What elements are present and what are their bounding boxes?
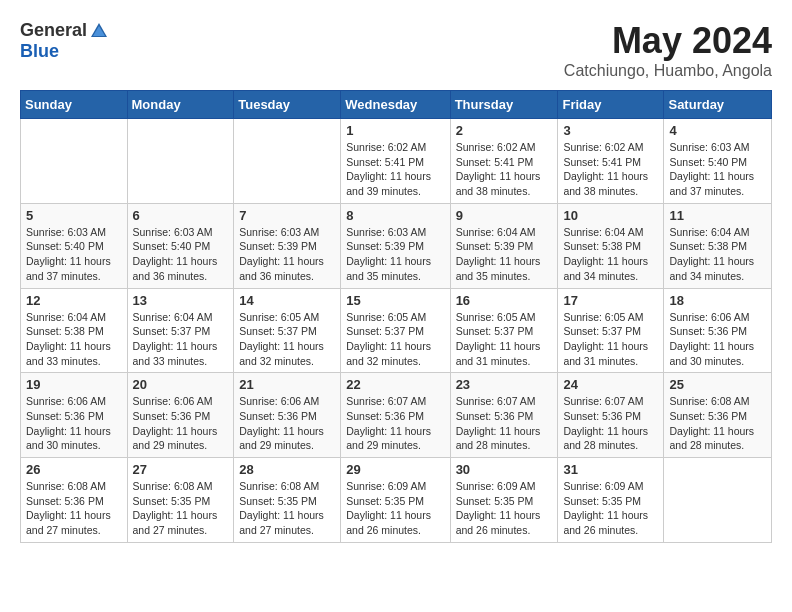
day-number: 28 — [239, 462, 335, 477]
calendar-cell: 24Sunrise: 6:07 AM Sunset: 5:36 PM Dayli… — [558, 373, 664, 458]
day-number: 27 — [133, 462, 229, 477]
calendar-cell: 6Sunrise: 6:03 AM Sunset: 5:40 PM Daylig… — [127, 203, 234, 288]
day-info: Sunrise: 6:09 AM Sunset: 5:35 PM Dayligh… — [563, 479, 658, 538]
calendar-cell: 12Sunrise: 6:04 AM Sunset: 5:38 PM Dayli… — [21, 288, 128, 373]
day-number: 29 — [346, 462, 444, 477]
calendar-cell: 21Sunrise: 6:06 AM Sunset: 5:36 PM Dayli… — [234, 373, 341, 458]
calendar-cell: 23Sunrise: 6:07 AM Sunset: 5:36 PM Dayli… — [450, 373, 558, 458]
day-number: 21 — [239, 377, 335, 392]
calendar-table: SundayMondayTuesdayWednesdayThursdayFrid… — [20, 90, 772, 543]
day-number: 3 — [563, 123, 658, 138]
day-number: 8 — [346, 208, 444, 223]
day-info: Sunrise: 6:03 AM Sunset: 5:40 PM Dayligh… — [133, 225, 229, 284]
day-number: 1 — [346, 123, 444, 138]
page-header: General Blue May 2024 Catchiungo, Huambo… — [20, 20, 772, 80]
day-info: Sunrise: 6:08 AM Sunset: 5:36 PM Dayligh… — [26, 479, 122, 538]
day-info: Sunrise: 6:08 AM Sunset: 5:35 PM Dayligh… — [239, 479, 335, 538]
day-info: Sunrise: 6:05 AM Sunset: 5:37 PM Dayligh… — [456, 310, 553, 369]
day-info: Sunrise: 6:04 AM Sunset: 5:39 PM Dayligh… — [456, 225, 553, 284]
day-info: Sunrise: 6:04 AM Sunset: 5:38 PM Dayligh… — [669, 225, 766, 284]
calendar-cell: 20Sunrise: 6:06 AM Sunset: 5:36 PM Dayli… — [127, 373, 234, 458]
calendar-cell: 4Sunrise: 6:03 AM Sunset: 5:40 PM Daylig… — [664, 119, 772, 204]
day-number: 2 — [456, 123, 553, 138]
day-number: 9 — [456, 208, 553, 223]
calendar-cell: 31Sunrise: 6:09 AM Sunset: 5:35 PM Dayli… — [558, 458, 664, 543]
calendar-cell: 15Sunrise: 6:05 AM Sunset: 5:37 PM Dayli… — [341, 288, 450, 373]
day-header-wednesday: Wednesday — [341, 91, 450, 119]
calendar-cell: 3Sunrise: 6:02 AM Sunset: 5:41 PM Daylig… — [558, 119, 664, 204]
calendar-cell: 10Sunrise: 6:04 AM Sunset: 5:38 PM Dayli… — [558, 203, 664, 288]
day-number: 18 — [669, 293, 766, 308]
day-number: 16 — [456, 293, 553, 308]
day-info: Sunrise: 6:09 AM Sunset: 5:35 PM Dayligh… — [456, 479, 553, 538]
day-info: Sunrise: 6:05 AM Sunset: 5:37 PM Dayligh… — [563, 310, 658, 369]
calendar-header-row: SundayMondayTuesdayWednesdayThursdayFrid… — [21, 91, 772, 119]
logo: General Blue — [20, 20, 109, 62]
day-info: Sunrise: 6:04 AM Sunset: 5:38 PM Dayligh… — [26, 310, 122, 369]
day-number: 17 — [563, 293, 658, 308]
day-number: 30 — [456, 462, 553, 477]
day-number: 25 — [669, 377, 766, 392]
day-info: Sunrise: 6:09 AM Sunset: 5:35 PM Dayligh… — [346, 479, 444, 538]
day-info: Sunrise: 6:05 AM Sunset: 5:37 PM Dayligh… — [346, 310, 444, 369]
logo-general-text: General — [20, 20, 87, 41]
calendar-cell: 2Sunrise: 6:02 AM Sunset: 5:41 PM Daylig… — [450, 119, 558, 204]
location-text: Catchiungo, Huambo, Angola — [564, 62, 772, 80]
day-info: Sunrise: 6:06 AM Sunset: 5:36 PM Dayligh… — [133, 394, 229, 453]
day-number: 19 — [26, 377, 122, 392]
calendar-cell — [234, 119, 341, 204]
day-number: 5 — [26, 208, 122, 223]
calendar-cell: 19Sunrise: 6:06 AM Sunset: 5:36 PM Dayli… — [21, 373, 128, 458]
calendar-week-5: 26Sunrise: 6:08 AM Sunset: 5:36 PM Dayli… — [21, 458, 772, 543]
calendar-cell: 25Sunrise: 6:08 AM Sunset: 5:36 PM Dayli… — [664, 373, 772, 458]
logo-blue-text: Blue — [20, 41, 59, 62]
calendar-cell: 30Sunrise: 6:09 AM Sunset: 5:35 PM Dayli… — [450, 458, 558, 543]
day-header-thursday: Thursday — [450, 91, 558, 119]
day-info: Sunrise: 6:05 AM Sunset: 5:37 PM Dayligh… — [239, 310, 335, 369]
day-number: 23 — [456, 377, 553, 392]
calendar-cell: 16Sunrise: 6:05 AM Sunset: 5:37 PM Dayli… — [450, 288, 558, 373]
day-info: Sunrise: 6:07 AM Sunset: 5:36 PM Dayligh… — [456, 394, 553, 453]
day-info: Sunrise: 6:07 AM Sunset: 5:36 PM Dayligh… — [563, 394, 658, 453]
day-info: Sunrise: 6:08 AM Sunset: 5:36 PM Dayligh… — [669, 394, 766, 453]
calendar-cell: 11Sunrise: 6:04 AM Sunset: 5:38 PM Dayli… — [664, 203, 772, 288]
day-header-saturday: Saturday — [664, 91, 772, 119]
day-info: Sunrise: 6:04 AM Sunset: 5:38 PM Dayligh… — [563, 225, 658, 284]
calendar-week-1: 1Sunrise: 6:02 AM Sunset: 5:41 PM Daylig… — [21, 119, 772, 204]
day-number: 20 — [133, 377, 229, 392]
calendar-cell: 9Sunrise: 6:04 AM Sunset: 5:39 PM Daylig… — [450, 203, 558, 288]
title-section: May 2024 Catchiungo, Huambo, Angola — [564, 20, 772, 80]
day-info: Sunrise: 6:03 AM Sunset: 5:40 PM Dayligh… — [26, 225, 122, 284]
calendar-cell — [21, 119, 128, 204]
day-number: 10 — [563, 208, 658, 223]
logo-icon — [89, 21, 109, 41]
day-info: Sunrise: 6:06 AM Sunset: 5:36 PM Dayligh… — [669, 310, 766, 369]
day-info: Sunrise: 6:02 AM Sunset: 5:41 PM Dayligh… — [563, 140, 658, 199]
calendar-cell: 1Sunrise: 6:02 AM Sunset: 5:41 PM Daylig… — [341, 119, 450, 204]
day-number: 14 — [239, 293, 335, 308]
day-number: 26 — [26, 462, 122, 477]
day-number: 6 — [133, 208, 229, 223]
calendar-cell: 5Sunrise: 6:03 AM Sunset: 5:40 PM Daylig… — [21, 203, 128, 288]
day-info: Sunrise: 6:03 AM Sunset: 5:39 PM Dayligh… — [239, 225, 335, 284]
day-number: 4 — [669, 123, 766, 138]
calendar-cell: 29Sunrise: 6:09 AM Sunset: 5:35 PM Dayli… — [341, 458, 450, 543]
day-number: 24 — [563, 377, 658, 392]
day-info: Sunrise: 6:03 AM Sunset: 5:39 PM Dayligh… — [346, 225, 444, 284]
calendar-cell: 14Sunrise: 6:05 AM Sunset: 5:37 PM Dayli… — [234, 288, 341, 373]
day-number: 15 — [346, 293, 444, 308]
calendar-week-2: 5Sunrise: 6:03 AM Sunset: 5:40 PM Daylig… — [21, 203, 772, 288]
day-info: Sunrise: 6:07 AM Sunset: 5:36 PM Dayligh… — [346, 394, 444, 453]
day-info: Sunrise: 6:06 AM Sunset: 5:36 PM Dayligh… — [26, 394, 122, 453]
calendar-cell — [664, 458, 772, 543]
day-info: Sunrise: 6:04 AM Sunset: 5:37 PM Dayligh… — [133, 310, 229, 369]
calendar-week-4: 19Sunrise: 6:06 AM Sunset: 5:36 PM Dayli… — [21, 373, 772, 458]
calendar-cell — [127, 119, 234, 204]
day-info: Sunrise: 6:06 AM Sunset: 5:36 PM Dayligh… — [239, 394, 335, 453]
day-header-friday: Friday — [558, 91, 664, 119]
calendar-cell: 27Sunrise: 6:08 AM Sunset: 5:35 PM Dayli… — [127, 458, 234, 543]
day-header-monday: Monday — [127, 91, 234, 119]
day-header-sunday: Sunday — [21, 91, 128, 119]
calendar-cell: 18Sunrise: 6:06 AM Sunset: 5:36 PM Dayli… — [664, 288, 772, 373]
day-info: Sunrise: 6:02 AM Sunset: 5:41 PM Dayligh… — [456, 140, 553, 199]
